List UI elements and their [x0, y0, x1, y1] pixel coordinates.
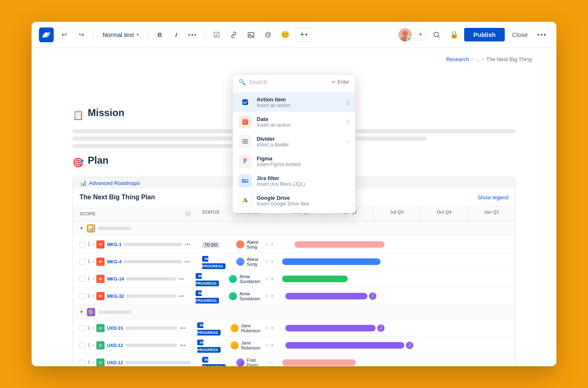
row-checkbox[interactable]	[80, 259, 85, 265]
row-assignee: Jane Rotanson ▾	[226, 323, 278, 333]
gantt-row: 2	[278, 288, 515, 305]
row-id: UXD-12	[107, 343, 123, 348]
menu-item-divider[interactable]: Divider Insert a divider --	[233, 132, 355, 151]
content-area: Research / ... / The Next Big Thing 🚀 Th…	[32, 48, 556, 366]
gantt-bar	[285, 293, 367, 299]
svg-rect-23	[242, 143, 248, 144]
bold-button[interactable]: B	[153, 28, 166, 41]
assignee-name: Amar Sundaram	[239, 291, 262, 301]
close-button[interactable]: Close	[508, 28, 532, 41]
row-more-button[interactable]: •••	[185, 241, 191, 248]
row-more-button[interactable]: •••	[180, 325, 186, 331]
row-scope: 1 › M MKG-32 •••	[73, 292, 191, 300]
svg-point-10	[266, 277, 269, 280]
svg-rect-30	[242, 181, 244, 183]
show-legend-button[interactable]: Show legend	[478, 194, 508, 201]
search-button[interactable]	[430, 28, 444, 42]
divider-icon	[239, 135, 252, 148]
group-chevron[interactable]: ▼	[80, 310, 84, 314]
row-checkbox[interactable]	[80, 293, 85, 299]
enter-badge: ↵ Enter	[332, 79, 349, 85]
gantt-row: 2	[278, 337, 515, 354]
plan-icon: 🎯	[73, 157, 84, 168]
svg-rect-27	[244, 162, 245, 163]
mention-button[interactable]: @	[261, 28, 275, 42]
table-right: Jan Q1 Apr Q2 Jul Q3 Oct Q4 Jan Q1	[278, 206, 515, 366]
redo-button[interactable]: ↪	[74, 28, 88, 42]
toolbar-divider-3	[204, 29, 205, 41]
row-more-button[interactable]: •••	[185, 258, 191, 265]
svg-rect-17	[244, 119, 244, 120]
row-scope: 1 › U UXD-15 •••	[73, 324, 192, 332]
table-row: 1 › M MKG-14 ••• IN PROGRESS	[73, 270, 278, 288]
breadcrumb-research[interactable]: Research	[446, 56, 469, 62]
svg-rect-19	[243, 122, 244, 123]
table-row: 1 › M MKG-4 ••• IN PROGRESS	[73, 253, 278, 270]
issue-type-icon: U	[96, 324, 105, 332]
more-options-button[interactable]: •••	[535, 28, 549, 42]
row-checkbox[interactable]	[80, 360, 85, 365]
more-format-button[interactable]: •••	[186, 28, 199, 41]
plan-label: Plan	[88, 155, 109, 166]
assignee-name: Alana Song	[247, 240, 262, 249]
italic-button[interactable]: I	[170, 28, 183, 41]
row-title	[126, 277, 175, 281]
row-id: MKG-14	[107, 276, 124, 281]
svg-point-6	[434, 32, 439, 37]
breadcrumb-current: The Next Big Thing	[486, 56, 532, 62]
dropdown-search-icon: 🔍	[239, 79, 246, 85]
status-badge: IN PROGRESS	[196, 290, 219, 304]
dropdown-search-input[interactable]	[249, 79, 328, 85]
undo-button[interactable]: ↩	[57, 28, 71, 42]
col-scope-header: SCOPE	[73, 206, 197, 221]
svg-point-2	[249, 33, 251, 34]
add-collaborator-button[interactable]: +	[414, 29, 426, 41]
row-title	[125, 344, 177, 347]
row-status: IN PROGRESS	[191, 272, 224, 286]
row-checkbox[interactable]	[80, 325, 85, 331]
svg-rect-26	[244, 160, 245, 162]
row-scope: 1 › M MKG-1 •••	[73, 240, 197, 249]
svg-point-13	[265, 344, 268, 347]
mission-icon: 📋	[73, 110, 84, 121]
assignee-name: Jane Rotanson	[241, 340, 262, 350]
dropdown-menu-items: Action item Insert an action []	[233, 90, 355, 213]
svg-point-11	[266, 294, 269, 297]
lock-button[interactable]: 🔒	[447, 28, 461, 42]
svg-rect-16	[242, 119, 248, 121]
dropdown-menu-panel: 🔍 ↵ Enter	[232, 74, 356, 213]
text-style-selector[interactable]: Normal text ▾	[98, 29, 143, 41]
row-checkbox[interactable]	[80, 242, 85, 247]
row-more-button[interactable]: •••	[180, 342, 186, 349]
status-badge: IN PROGRESS	[202, 256, 226, 269]
menu-item-date[interactable]: Date Insert an action //	[233, 112, 355, 132]
menu-item-jira[interactable]: Jira filter Insert Jira filters (JQL)	[233, 171, 355, 191]
row-more-button[interactable]: •••	[178, 293, 185, 299]
menu-item-gdrive[interactable]: Google Drive Insert Google Drive files	[233, 191, 355, 210]
row-checkbox[interactable]	[80, 276, 85, 282]
svg-point-12	[265, 326, 268, 329]
date-shortcut: //	[346, 119, 349, 125]
image-button[interactable]	[244, 28, 258, 42]
checkbox-button[interactable]: ☑	[210, 28, 223, 42]
svg-rect-33	[247, 179, 248, 180]
editor-window: ↩ ↪ Normal text ▾ B I ••• ☑	[32, 22, 556, 366]
publish-button[interactable]: Publish	[464, 28, 504, 41]
svg-rect-21	[242, 139, 248, 140]
row-scope: 1 › U UXD-12	[73, 358, 197, 367]
row-id: MKG-32	[107, 294, 124, 299]
quarter-oct-q4: Oct Q4	[420, 206, 468, 221]
row-checkbox[interactable]	[80, 342, 85, 348]
emoji-button[interactable]: 😊	[278, 28, 292, 42]
app-logo[interactable]	[39, 27, 54, 42]
toolbar-divider-2	[148, 29, 148, 41]
link-button[interactable]	[227, 28, 241, 42]
breadcrumb-ellipsis[interactable]: ...	[475, 56, 480, 62]
menu-item-figma[interactable]: Figma Insert Figma embed	[233, 151, 355, 171]
menu-item-action[interactable]: Action item Insert an action []	[233, 92, 355, 112]
gantt-badge: 2	[406, 342, 413, 349]
svg-point-8	[266, 243, 269, 246]
group-chevron[interactable]: ▼	[80, 226, 84, 231]
row-more-button[interactable]: •••	[178, 276, 185, 282]
insert-button[interactable]: + ▾	[296, 27, 312, 42]
